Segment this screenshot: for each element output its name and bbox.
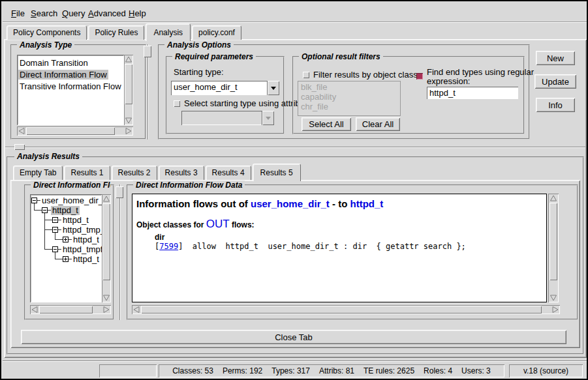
flow-data-header: Information flows out of user_home_dir_t… (136, 198, 542, 209)
menu-search[interactable]: Search (29, 7, 59, 20)
menu-bar-separator (3, 22, 587, 23)
collapse-icon[interactable] (52, 217, 58, 223)
select-all-button[interactable]: Select All (302, 117, 351, 131)
tree-node-label[interactable]: httpd_t (72, 255, 101, 264)
results-tab-bar: Empty Tab Results 1 Results 2 Results 3 … (13, 164, 302, 180)
regex-checkbox[interactable] (416, 73, 423, 80)
analysis-type-list: Domain Transition Direct Information Flo… (17, 55, 124, 125)
flow-data-vscrollbar[interactable] (548, 194, 559, 302)
scroll-left-icon[interactable] (18, 127, 25, 135)
starting-type-value[interactable]: user_home_dir_t (171, 81, 268, 95)
flow-data-hscrollbar[interactable] (132, 305, 560, 314)
stat-classes: Classes: 53 (172, 366, 213, 375)
tree-connector (44, 229, 52, 230)
object-class-checkbox-label[interactable]: Filter results by object class: (313, 70, 420, 80)
rule-number-link[interactable]: 7599 (159, 242, 178, 251)
starting-type-combobox[interactable]: user_home_dir_t (171, 81, 279, 95)
regex-input[interactable] (427, 87, 518, 99)
scroll-right-icon[interactable] (102, 306, 110, 314)
scroll-thumb[interactable] (141, 306, 542, 314)
tab-results-2[interactable]: Results 2 (112, 166, 157, 180)
scroll-thumb[interactable] (102, 203, 110, 280)
menu-query[interactable]: Query (60, 7, 87, 20)
scroll-up-icon[interactable] (102, 195, 110, 203)
close-tab-button[interactable]: Close Tab (21, 330, 566, 344)
tab-results-5[interactable]: Results 5 (253, 164, 301, 181)
scroll-right-icon[interactable] (551, 306, 559, 314)
tab-analysis[interactable]: Analysis (146, 23, 191, 41)
main-tab-bar: Policy Components Policy Rules Analysis … (7, 24, 243, 40)
scroll-left-icon[interactable] (132, 306, 140, 314)
tab-results-3[interactable]: Results 3 (159, 166, 204, 180)
expand-icon[interactable] (63, 256, 69, 262)
tree-node-label[interactable]: httpd_tmp_t (61, 226, 102, 235)
new-button[interactable]: New (536, 51, 575, 65)
scroll-thumb[interactable] (39, 306, 93, 314)
menu-help[interactable]: Help (127, 7, 148, 20)
list-item[interactable]: Transitive Information Flow (18, 81, 123, 91)
tree-node-label[interactable]: httpd_tmpfs_t (61, 245, 102, 254)
scroll-down-icon[interactable] (125, 117, 132, 124)
tree-node-label-selected[interactable]: httpd_t (51, 206, 80, 215)
stat-te-rules: TE rules: 2625 (364, 366, 414, 375)
tab-results-4[interactable]: Results 4 (206, 166, 251, 180)
menu-advanced[interactable]: Advanced (86, 7, 128, 20)
scroll-thumb[interactable] (26, 127, 115, 135)
tree-connector (44, 249, 52, 250)
info-button[interactable]: Info (536, 98, 575, 112)
tree-node: httpd_t (63, 254, 101, 264)
attrib-checkbox[interactable] (174, 100, 180, 107)
attrib-checkbox-label[interactable]: Select starting type using attrib: (184, 98, 302, 108)
update-button[interactable]: Update (534, 74, 576, 89)
list-item-selected[interactable]: Direct Information Flow (18, 70, 108, 80)
tab-policy-components[interactable]: Policy Components (7, 25, 87, 40)
scroll-down-icon[interactable] (549, 294, 557, 302)
tree-node-label[interactable]: user_home_dir_t (40, 196, 102, 205)
expand-icon[interactable] (63, 237, 69, 242)
object-class-name: dir (155, 233, 542, 242)
clear-all-button[interactable]: Clear All (356, 117, 400, 131)
menu-bar: File Search Query Advanced Help (3, 3, 585, 21)
flow-data-text[interactable]: Information flows out of user_home_dir_t… (132, 194, 547, 302)
scroll-up-icon[interactable] (549, 194, 557, 202)
tab-policy-conf[interactable]: policy.conf (192, 25, 241, 40)
object-class-checkbox[interactable] (303, 72, 309, 78)
collapse-icon[interactable] (42, 207, 48, 213)
sash-handle[interactable] (116, 186, 123, 198)
tab-empty-tab[interactable]: Empty Tab (13, 166, 63, 180)
dropdown-button[interactable] (268, 81, 279, 95)
stat-attribs: Attribs: 81 (319, 366, 354, 375)
collapse-icon[interactable] (52, 246, 58, 252)
status-panel-stats: Classes: 53 Perms: 192 Types: 317 Attrib… (159, 364, 504, 377)
flow-tree-vscrollbar[interactable] (102, 194, 111, 302)
scroll-left-icon[interactable] (31, 306, 39, 314)
tree-node: httpd_t (42, 205, 80, 215)
scroll-right-icon[interactable] (125, 127, 132, 135)
flow-direction: OUT (206, 218, 230, 230)
sash-handle[interactable] (144, 46, 151, 57)
stat-perms: Perms: 192 (223, 366, 262, 375)
collapse-icon[interactable] (52, 227, 58, 233)
object-class-item: chr_file (298, 102, 400, 111)
tree-node-label[interactable]: httpd_t (72, 235, 101, 244)
tree-connector (55, 239, 63, 240)
collapse-icon[interactable] (31, 197, 37, 203)
scroll-up-icon[interactable] (125, 55, 132, 63)
analysis-type-hscrollbar[interactable] (17, 126, 133, 136)
flow-tree-hscrollbar[interactable] (30, 305, 111, 314)
starting-type-label: Starting type: (174, 67, 224, 77)
tree-node: httpd_tmpfs_t (52, 244, 102, 254)
chevron-down-icon (266, 117, 271, 120)
scroll-thumb[interactable] (125, 64, 132, 104)
stat-types: Types: 317 (271, 366, 310, 375)
scroll-down-icon[interactable] (102, 294, 110, 302)
regex-checkbox-label[interactable]: Find end types using regular expression: (427, 68, 525, 86)
list-item[interactable]: Domain Transition (18, 58, 89, 68)
menu-file[interactable]: File (9, 7, 27, 20)
tab-policy-rules[interactable]: Policy Rules (88, 25, 144, 40)
sash-handle[interactable] (14, 144, 25, 150)
tree-node-label[interactable]: httpd_t (61, 216, 90, 225)
analysis-type-vscrollbar[interactable] (124, 55, 133, 125)
scroll-thumb[interactable] (549, 203, 557, 280)
tab-results-1[interactable]: Results 1 (64, 166, 110, 180)
